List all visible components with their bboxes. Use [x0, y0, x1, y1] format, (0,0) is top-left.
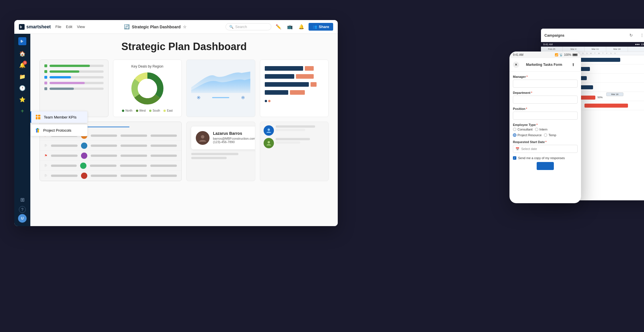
right-filler-2: [276, 129, 305, 131]
radio-consultant[interactable]: Consultant: [513, 128, 533, 131]
sidebar-item-folders[interactable]: 📁: [17, 72, 27, 82]
table-bar-11: [120, 155, 147, 157]
topbar-actions: 🔍 Search ✏️ 📺 🔔 👥 Share: [226, 23, 333, 31]
submit-button[interactable]: [537, 162, 554, 170]
sidebar-item-apps[interactable]: ⊞: [17, 195, 27, 205]
notification-bell-icon[interactable]: 🔔: [297, 23, 306, 31]
right-widget-text-2: [276, 138, 325, 148]
close-button[interactable]: ✕: [513, 62, 519, 68]
table-bar-13: [51, 165, 77, 167]
gantt-month-mar4: Mar 4: [563, 47, 584, 52]
dropdown-item-protocols[interactable]: Project Protocols: [30, 124, 88, 136]
present-icon[interactable]: 📺: [286, 23, 294, 31]
gantt-menu-icon[interactable]: ⋮: [638, 31, 644, 39]
legend-east: East: [163, 109, 173, 112]
gantt-status-icons: ●●● 100%: [635, 43, 644, 46]
kpi-bar-bg-3: [50, 76, 104, 78]
kpi-bar-1: [44, 64, 104, 67]
gantt-title: Campaigns: [544, 33, 564, 37]
battery-label: 100%: [564, 53, 571, 56]
right-widget-avatars-2: [264, 138, 325, 148]
svg-rect-5: [21, 42, 22, 42]
south-label: South: [153, 109, 160, 112]
sidebar-item-add[interactable]: +: [17, 106, 27, 116]
menu-bar: File Edit View: [55, 25, 85, 29]
table-bar-3: [120, 135, 147, 137]
view-menu[interactable]: View: [77, 25, 85, 29]
share-icon[interactable]: ⬆: [569, 60, 578, 69]
favorite-star-icon[interactable]: ☆: [183, 25, 187, 29]
h-bar-dots: [265, 100, 324, 102]
svg-marker-12: [36, 129, 37, 133]
contact-filler-2: [191, 157, 227, 159]
topbar-center: 🔄 Strategic Plan Dashboard ☆: [90, 24, 221, 29]
department-input[interactable]: [513, 96, 578, 104]
kpi-bar-fill-5: [50, 88, 74, 90]
checkbox-label: Send me a copy of my responses: [518, 156, 565, 160]
share-button[interactable]: 👥 Share: [309, 23, 333, 31]
legend-south: South: [149, 109, 160, 112]
manager-input[interactable]: [513, 80, 578, 88]
contact-card: Lazarus Barros barros@MBFconstruction.co…: [191, 127, 255, 149]
right-widget-avatars: [264, 125, 325, 136]
h-bar-chart: [265, 64, 324, 103]
table-bar-9: [51, 155, 78, 157]
wifi-icon: 📶: [555, 53, 558, 56]
sidebar-item-favorites[interactable]: ⭐: [17, 94, 27, 105]
date-placeholder: Select date: [521, 147, 537, 151]
profile-avatar-1: [264, 125, 274, 136]
svg-rect-7: [36, 117, 37, 119]
table-bar-20: [151, 175, 177, 177]
sidebar-item-notifications[interactable]: 🔔 3: [17, 60, 27, 70]
position-input[interactable]: [513, 112, 578, 120]
radio-circle-project-resource: [513, 133, 516, 137]
kpi-bar-2: [44, 70, 104, 73]
search-box[interactable]: 🔍 Search: [226, 23, 271, 30]
mobile-status-icons: 📶 📡 100%: [555, 53, 578, 56]
radio-temp[interactable]: Temp: [544, 133, 556, 137]
table-bar-5: [51, 145, 78, 147]
svg-point-19: [201, 135, 204, 139]
kpi-bar-fill-1: [50, 65, 90, 67]
table-bar-16: [150, 165, 177, 167]
sidebar-item-help[interactable]: ?: [19, 206, 26, 213]
table-avatar-5: [81, 173, 87, 179]
gantt-refresh-icon[interactable]: ↻: [627, 31, 635, 39]
topbar: smartsheet File Edit View 🔄 Strategic Pl…: [14, 20, 338, 34]
logo-icon: [19, 24, 25, 30]
checkbox-row: ✓ Send me a copy of my responses: [513, 156, 578, 160]
protocols-icon: [35, 127, 40, 133]
browser-window: smartsheet File Edit View 🔄 Strategic Pl…: [14, 20, 338, 226]
edit-menu[interactable]: Edit: [66, 25, 72, 29]
user-avatar[interactable]: U: [18, 214, 27, 223]
radio-project-resource[interactable]: Project Resource: [513, 133, 542, 137]
kpi-dot-1: [44, 64, 47, 67]
h-bar-coral-4: [290, 90, 305, 95]
sidebar-logo: [18, 37, 26, 45]
donut-title: Key Deals by Region: [118, 64, 177, 68]
mobile-form-body: Manager * Department * Position * Employ…: [509, 72, 581, 200]
widget-right: [260, 122, 329, 181]
kpi-bar-5: [44, 87, 104, 90]
right-filler-1: [276, 125, 315, 128]
checkbox-copy[interactable]: ✓: [513, 156, 516, 160]
svg-marker-13: [37, 129, 39, 133]
dashboard-icon: 🔄: [124, 24, 130, 29]
donut-container: [118, 71, 177, 106]
north-dot: [122, 110, 124, 112]
gantt-month-overflow: [628, 47, 644, 52]
edit-icon[interactable]: ✏️: [274, 23, 283, 31]
date-input[interactable]: 📅 Select date: [513, 145, 578, 153]
area-chart-legend: [191, 96, 250, 99]
file-menu[interactable]: File: [55, 25, 61, 29]
dropdown-item-kpis[interactable]: Team Member KPIs: [30, 111, 88, 123]
h-bar-row-2: [265, 74, 324, 79]
sidebar-bottom: ⊞ ? U: [17, 195, 27, 223]
radio-intern[interactable]: Intern: [535, 128, 548, 131]
gantt-day-s4: S: [585, 52, 589, 55]
svg-rect-2: [20, 27, 21, 28]
sidebar-item-history[interactable]: 🕐: [17, 83, 27, 93]
sidebar-item-home[interactable]: 🏠: [17, 49, 27, 59]
mobile-form-title: Marketing Tasks Form: [519, 63, 569, 67]
h-bar-coral-3: [311, 82, 317, 87]
